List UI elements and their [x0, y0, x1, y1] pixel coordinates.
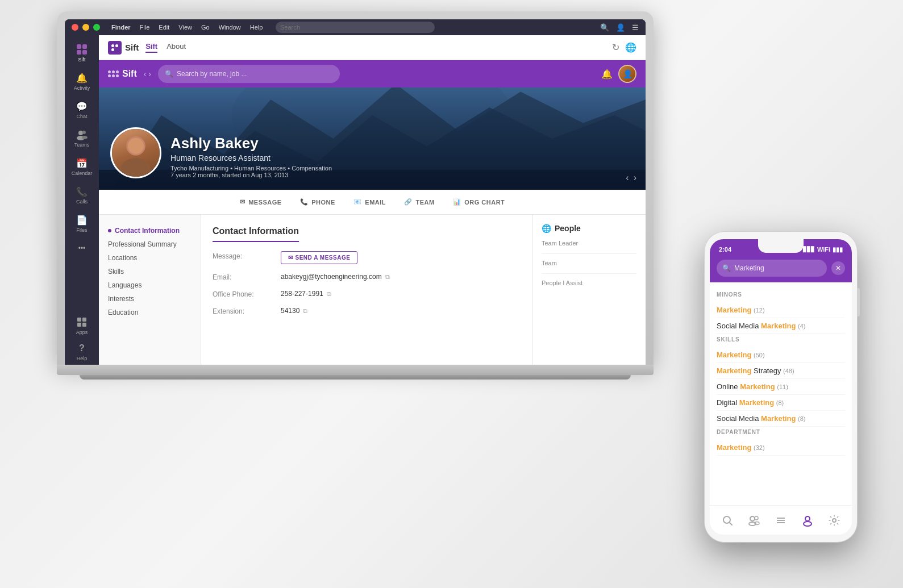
team-action-icon: 🔗	[404, 198, 413, 206]
phone-search-results: MINORS Marketing (12) Social Media Marke…	[710, 282, 852, 505]
send-message-button[interactable]: ✉ SEND A MESSAGE	[281, 251, 357, 264]
notification-bell-icon[interactable]: 🔔	[601, 69, 613, 80]
nav-education[interactable]: Education	[108, 306, 192, 319]
marketing-skill-count-2: (48)	[783, 368, 794, 374]
skills-section-title: SKILLS	[717, 336, 845, 343]
minors-section-title: MINORS	[717, 291, 845, 298]
phone-status-icons: ▊▊▊ WiFi ▮▮▮	[803, 246, 843, 253]
team-leader-item[interactable]	[542, 250, 636, 254]
result-social-media-marketing[interactable]: Social Media Marketing (4)	[717, 318, 845, 334]
nav-contact-info[interactable]: Contact Information	[108, 224, 192, 237]
menu-view[interactable]: View	[178, 24, 192, 31]
copy-extension-icon[interactable]: ⧉	[303, 307, 307, 315]
result-marketing-skill[interactable]: Marketing (50)	[717, 347, 845, 363]
nav-locations[interactable]: Locations	[108, 251, 192, 265]
sidebar-item-sift[interactable]: Sift	[65, 40, 99, 66]
phone-search-field[interactable]: 🔍 Marketing	[717, 260, 827, 277]
phone-action-btn[interactable]: 📞 PHONE	[300, 198, 335, 206]
hero-next-arrow[interactable]: ›	[634, 173, 636, 183]
svg-point-31	[833, 519, 836, 522]
email-action-label: EMAIL	[365, 199, 386, 206]
menu-go[interactable]: Go	[201, 24, 210, 31]
teams-sidebar: Sift 🔔 Activity 💬 Chat	[65, 35, 99, 365]
hero-info: Ashly Bakey Human Resources Assistant Ty…	[170, 135, 332, 178]
phone-nav-list[interactable]	[770, 512, 792, 529]
result-online-marketing[interactable]: Online Marketing (11)	[717, 379, 845, 395]
phone-device: 2:04 ▊▊▊ WiFi ▮▮▮ 🔍 Marketing ✕ MINORS	[704, 231, 858, 543]
phone-nav-search[interactable]	[717, 512, 738, 529]
result-marketing-minor[interactable]: Marketing (12)	[717, 302, 845, 318]
menu-help[interactable]: Help	[250, 24, 263, 31]
phone-nav-profile[interactable]	[797, 512, 818, 529]
phone-nav-settings[interactable]	[823, 512, 845, 529]
svg-rect-11	[82, 323, 86, 327]
sift-back-arrow[interactable]: ‹	[144, 69, 147, 78]
phone-side-button[interactable]	[858, 288, 860, 316]
email-address: abakeygj@tychoengineering.com	[281, 273, 382, 281]
team-item[interactable]	[542, 270, 636, 274]
sidebar-item-calls[interactable]: 📞 Calls	[65, 182, 99, 208]
result-marketing-strategy[interactable]: Marketing Strategy (48)	[717, 363, 845, 379]
svg-rect-3	[82, 50, 87, 55]
sift-search-bar[interactable]: 🔍 Search by name, job ...	[158, 65, 340, 83]
svg-point-23	[755, 516, 758, 520]
menu-icon[interactable]: ☰	[632, 23, 639, 32]
tab-sift[interactable]: Sift	[145, 42, 157, 53]
nav-skills[interactable]: Skills	[108, 265, 192, 278]
left-navigation: Contact Information Professional Summary…	[99, 215, 201, 365]
menu-file[interactable]: File	[140, 24, 150, 31]
online-prefix: Online	[717, 382, 740, 391]
sidebar-item-activity[interactable]: 🔔 Activity	[65, 68, 99, 94]
mac-window-controls	[72, 24, 100, 31]
team-action-label: TEAM	[416, 199, 435, 206]
sidebar-item-more[interactable]: •••	[65, 239, 99, 258]
menu-edit[interactable]: Edit	[159, 24, 169, 31]
result-social-media-marketing-skill[interactable]: Social Media Marketing (8)	[717, 411, 845, 427]
svg-rect-2	[77, 50, 81, 55]
nav-professional-summary[interactable]: Professional Summary	[108, 237, 192, 251]
marketing-skill-count-4: (8)	[776, 399, 784, 406]
team-action-btn[interactable]: 🔗 TEAM	[404, 198, 435, 206]
phone-search-close[interactable]: ✕	[831, 261, 845, 275]
menu-window[interactable]: Window	[219, 24, 241, 31]
result-marketing-dept[interactable]: Marketing (32)	[717, 440, 845, 456]
message-action-btn[interactable]: ✉ MESSAGE	[240, 198, 282, 206]
sidebar-item-files[interactable]: 📄 Files	[65, 210, 99, 236]
marketing-skill-1: Marketing	[717, 351, 751, 359]
result-digital-marketing[interactable]: Digital Marketing (8)	[717, 395, 845, 411]
refresh-icon[interactable]: ↻	[612, 42, 619, 53]
nav-interests[interactable]: Interests	[108, 292, 192, 306]
mac-browser-search[interactable]	[276, 22, 435, 33]
sift-forward-arrow[interactable]: ›	[148, 69, 151, 78]
mac-minimize-dot[interactable]	[82, 24, 89, 31]
sidebar-item-apps[interactable]: Apps	[76, 312, 88, 339]
mac-maximize-dot[interactable]	[93, 24, 100, 31]
globe-icon[interactable]: 🌐	[625, 42, 636, 53]
copy-email-icon[interactable]: ⧉	[385, 273, 390, 281]
profile-name: Ashly Bakey	[170, 135, 332, 152]
sidebar-item-teams[interactable]: Teams	[65, 125, 99, 151]
search-icon[interactable]: 🔍	[600, 23, 609, 32]
phone-action-label: PHONE	[311, 199, 335, 206]
copy-phone-icon[interactable]: ⧉	[327, 290, 331, 298]
apps-icon	[76, 316, 88, 328]
phone-nav-people[interactable]	[743, 512, 765, 529]
org-chart-action-btn[interactable]: 📊 ORG CHART	[453, 198, 505, 206]
browser-search-input[interactable]	[276, 22, 435, 33]
nav-languages[interactable]: Languages	[108, 278, 192, 292]
sidebar-item-calendar[interactable]: 📅 Calendar	[65, 153, 99, 180]
hero-prev-arrow[interactable]: ‹	[626, 173, 629, 183]
phone-search-query: Marketing	[734, 264, 764, 272]
user-avatar[interactable]: 👤	[618, 65, 636, 83]
sidebar-item-chat[interactable]: 💬 Chat	[65, 97, 99, 123]
svg-point-5	[82, 131, 86, 134]
send-message-label: SEND A MESSAGE	[296, 255, 351, 261]
message-label: Message:	[213, 251, 281, 264]
mac-close-dot[interactable]	[72, 24, 78, 31]
email-action-btn[interactable]: 📧 EMAIL	[353, 198, 386, 206]
menu-finder[interactable]: Finder	[111, 24, 131, 31]
sift-header-tabs: Sift About	[145, 42, 186, 53]
sidebar-item-help[interactable]: ? Help	[76, 339, 88, 365]
tab-about[interactable]: About	[167, 42, 186, 53]
user-icon[interactable]: 👤	[616, 23, 625, 32]
